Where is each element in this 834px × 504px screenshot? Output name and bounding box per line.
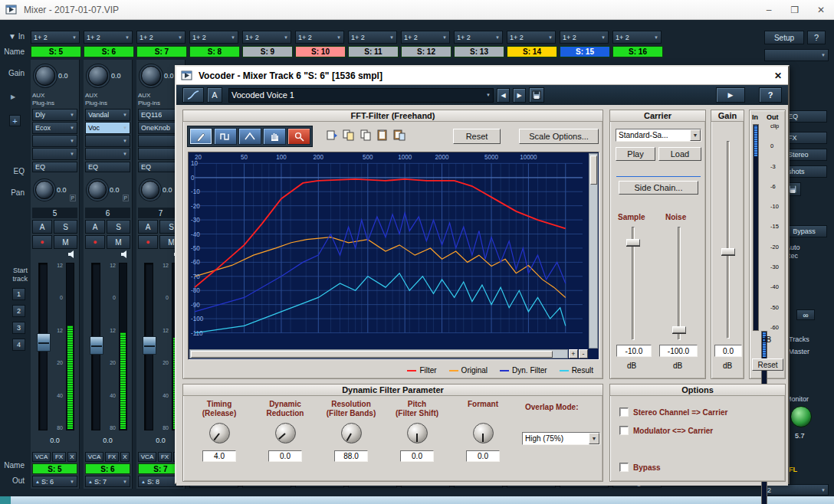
pan-knob[interactable] (88, 181, 107, 199)
overlap-mode-select[interactable]: High (75%) ▼ (522, 432, 600, 445)
fft-graph[interactable]: 20 50 100 200 500 1000 2000 5000 10000 1… (188, 152, 599, 360)
param-knob[interactable] (473, 423, 494, 443)
channel-name-tab[interactable]: S: 8 (189, 46, 240, 57)
param-knob[interactable] (407, 423, 428, 443)
side-chain-button[interactable]: Side Chain... (619, 181, 698, 195)
pan-knob[interactable] (141, 181, 159, 199)
solo-button[interactable]: S (107, 220, 130, 234)
sample-value[interactable]: -10.0 (616, 345, 652, 357)
carrier-play-button[interactable]: Play (616, 147, 655, 161)
pan-tool[interactable] (263, 128, 286, 145)
eq-section-button[interactable]: EQ (784, 110, 827, 123)
preset-select[interactable]: Vocoded Voice 1 ▼ (228, 88, 494, 103)
horizontal-scrollbar-thumb[interactable] (191, 351, 553, 358)
start-track-button[interactable]: 2 (12, 305, 25, 317)
param-knob[interactable] (341, 423, 362, 443)
vocoder-close-button[interactable]: ✕ (768, 67, 788, 84)
mixer-titlebar[interactable]: Mixer - 2017-01-07.VIP – ❒ ✕ (0, 0, 834, 20)
mute-button[interactable]: M (54, 235, 77, 249)
step-draw-tool[interactable] (214, 128, 237, 145)
plugin-slot[interactable]: Dly ▼ (32, 109, 77, 121)
gain-knob[interactable] (88, 66, 108, 86)
plugin-slot[interactable]: ▼ (85, 148, 130, 160)
stereo-carrier-checkbox[interactable] (619, 407, 629, 417)
sample-slider-handle[interactable] (626, 239, 640, 246)
play-button[interactable]: ▶ (716, 87, 745, 103)
paste-special-icon[interactable] (393, 129, 406, 141)
automation-button[interactable]: A (85, 220, 105, 234)
gain-knob[interactable] (141, 66, 161, 86)
start-track-button[interactable]: 1 (12, 288, 25, 300)
start-track-button[interactable]: 3 (12, 322, 25, 334)
graph-horizontal-scrollbar[interactable] (189, 349, 568, 358)
record-button[interactable]: ● (32, 235, 52, 249)
plugin-slot[interactable]: ▼ (32, 148, 77, 160)
fl-label[interactable]: FL (789, 466, 797, 473)
mute-button[interactable]: M (107, 235, 130, 249)
fx-button[interactable]: FX (158, 452, 172, 462)
carrier-preset-select[interactable]: Standard-Sa... ▼ (616, 129, 701, 142)
maximize-button[interactable]: ❒ (782, 2, 808, 18)
strip-name[interactable]: S: 6 (85, 463, 130, 474)
speaker-icon[interactable] (67, 250, 76, 258)
output-routing-select[interactable]: ▲S: 7▼ (85, 476, 130, 487)
input-routing-select[interactable]: 1+ 2 ▼ (454, 31, 503, 44)
bypass-checkbox[interactable] (619, 463, 629, 472)
solo-button[interactable]: S (54, 220, 77, 234)
pan-knob[interactable] (35, 181, 54, 199)
reset-button[interactable]: Reset (453, 129, 501, 144)
x-button[interactable]: X (67, 452, 77, 462)
eq-button[interactable]: EQ (32, 162, 77, 172)
next-preset-button[interactable]: ▶ (513, 88, 526, 103)
zoom-out-button[interactable]: - (579, 349, 588, 358)
input-routing-select[interactable]: 1+ 2 ▼ (348, 31, 397, 44)
channel-name-tab[interactable]: S: 12 (401, 46, 451, 57)
x-button[interactable]: X (120, 452, 130, 462)
fx-section-button[interactable]: FX (784, 132, 827, 144)
speaker-icon[interactable] (120, 250, 129, 258)
channel-name-tab[interactable]: S: 15 (560, 46, 610, 57)
channel-name-tab[interactable]: S: 7 (136, 46, 187, 57)
input-routing-select[interactable]: 1+ 2 ▼ (84, 31, 133, 44)
vca-button[interactable]: VCA (138, 452, 156, 462)
input-routing-select[interactable]: 1+ 2 ▼ (136, 31, 186, 44)
input-routing-select[interactable]: 1+ 2 ▼ (507, 31, 556, 44)
eq-button[interactable]: EQ (85, 162, 130, 172)
channel-name-tab[interactable]: S: 10 (295, 46, 346, 57)
close-button[interactable]: ✕ (808, 2, 834, 18)
channel-name-tab[interactable]: S: 16 (612, 46, 663, 57)
noise-slider-handle[interactable] (672, 326, 686, 333)
curve-preset-button[interactable] (182, 87, 204, 103)
master-out-select[interactable]: 2▼ (764, 484, 829, 496)
channel-name-tab[interactable]: S: 13 (454, 46, 504, 57)
channel-name-tab[interactable]: S: 6 (84, 46, 134, 57)
compare-a-b-icon[interactable] (343, 129, 355, 141)
pan-mode-badge[interactable]: P (70, 195, 77, 201)
pan-mode-badge[interactable]: P (123, 195, 130, 201)
carrier-load-button[interactable]: Load (658, 147, 701, 161)
fx-button[interactable]: FX (52, 452, 66, 462)
vocoder-help-button[interactable]: ? (759, 87, 782, 103)
fx-button[interactable]: FX (105, 452, 119, 462)
paste-icon[interactable] (376, 129, 389, 141)
aux-collapse-arrow-icon[interactable]: ▶ (11, 93, 15, 100)
fader-handle[interactable] (90, 336, 103, 355)
automation-button[interactable]: A (138, 220, 158, 234)
plugin-slot[interactable]: Ecox ▼ (32, 122, 77, 134)
input-routing-select[interactable]: 1+ 2 ▼ (612, 31, 662, 44)
stereo-section-button[interactable]: Stereo (784, 149, 827, 161)
param-knob[interactable] (275, 423, 296, 443)
plugin-slot[interactable]: ▼ (85, 135, 130, 147)
record-button[interactable]: ● (85, 235, 105, 249)
channel-name-tab[interactable]: S: 9 (242, 46, 293, 57)
mixer-help-button[interactable]: ? (807, 31, 826, 44)
copy-to-a-icon[interactable] (326, 129, 338, 141)
param-value[interactable]: 0.0 (466, 450, 500, 462)
modulator-carrier-checkbox[interactable] (619, 426, 629, 435)
param-knob[interactable] (209, 423, 230, 443)
plugin-slot[interactable]: Voc ▼ (85, 122, 130, 134)
fader-track[interactable] (91, 263, 100, 430)
plugin-slot[interactable]: ▼ (32, 135, 77, 147)
param-value[interactable]: 0.0 (400, 450, 434, 462)
snapshots-section-button[interactable]: shots (784, 165, 827, 178)
